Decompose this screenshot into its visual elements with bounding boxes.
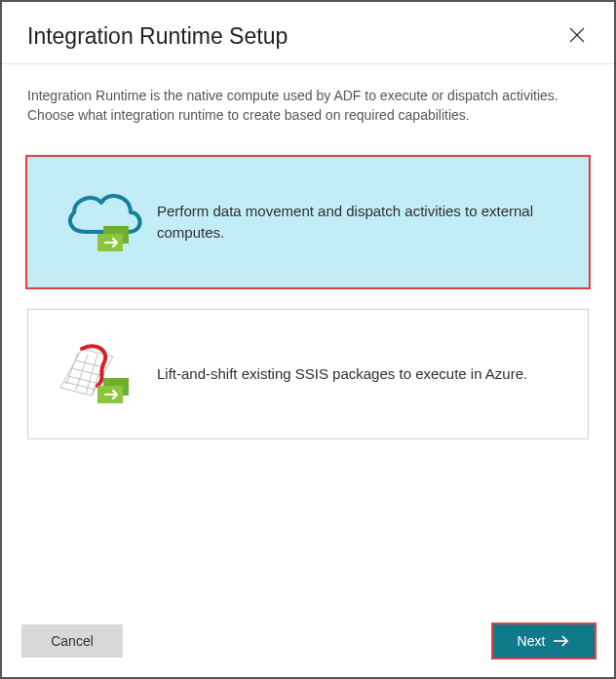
arrow-right-icon bbox=[553, 634, 570, 648]
cancel-button[interactable]: Cancel bbox=[21, 624, 123, 658]
svg-line-5 bbox=[64, 382, 96, 390]
dialog-title: Integration Runtime Setup bbox=[27, 23, 288, 50]
dialog-footer: Cancel Next bbox=[2, 611, 614, 677]
option-text: Perform data movement and dispatch activ… bbox=[157, 201, 566, 244]
dialog-description: Integration Runtime is the native comput… bbox=[2, 64, 614, 132]
cloud-data-movement-icon bbox=[50, 183, 157, 261]
next-button-label: Next bbox=[518, 633, 546, 649]
cancel-button-label: Cancel bbox=[51, 633, 94, 649]
svg-line-9 bbox=[66, 353, 78, 384]
next-button[interactable]: Next bbox=[493, 624, 595, 658]
options-group: Perform data movement and dispatch activ… bbox=[2, 132, 614, 439]
option-text: Lift-and-shift existing SSIS packages to… bbox=[157, 363, 566, 385]
close-icon bbox=[569, 27, 585, 43]
ssis-package-icon bbox=[50, 335, 157, 413]
close-button[interactable] bbox=[569, 27, 589, 47]
svg-line-6 bbox=[68, 376, 99, 384]
option-data-movement[interactable]: Perform data movement and dispatch activ… bbox=[27, 157, 589, 287]
dialog-header: Integration Runtime Setup bbox=[2, 2, 614, 63]
option-ssis[interactable]: Lift-and-shift existing SSIS packages to… bbox=[27, 309, 589, 439]
